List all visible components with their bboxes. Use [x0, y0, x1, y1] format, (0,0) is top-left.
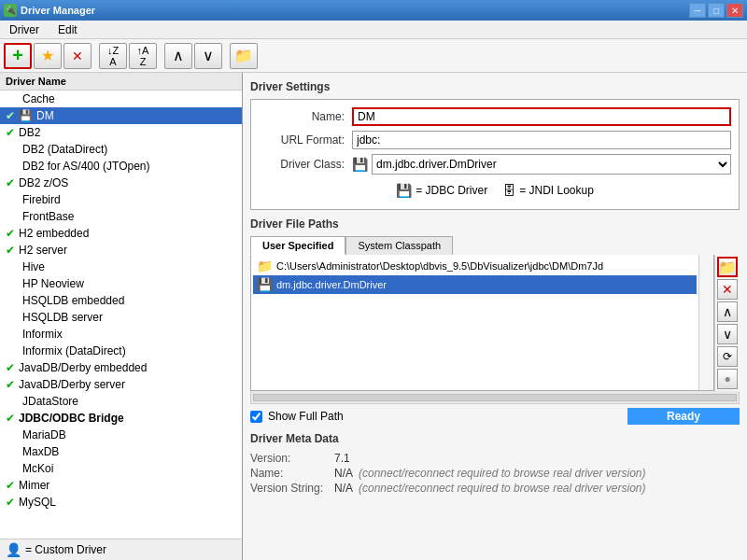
minimize-button[interactable]: ─ [689, 3, 706, 18]
url-format-input[interactable] [352, 131, 731, 149]
driver-item-1[interactable]: ✔💾DM [0, 107, 242, 124]
driver-label-22: McKoi [22, 462, 53, 475]
driver-item-18[interactable]: JDataStore [0, 393, 242, 410]
meta-version-string-note: (connect/reconnect required to browse re… [359, 482, 645, 495]
open-folder-button[interactable]: 📁 [230, 43, 258, 69]
file-move-up-button[interactable]: ∧ [717, 301, 738, 322]
tab-system-classpath[interactable]: System Classpath [345, 236, 453, 255]
driver-label-24: MySQL [19, 496, 56, 509]
delete-button[interactable]: ✕ [63, 43, 92, 69]
meta-version-string-row: Version String: N/A (connect/reconnect r… [250, 481, 740, 496]
driver-item-20[interactable]: MariaDB [0, 427, 242, 443]
driver-item-9[interactable]: ✔H2 server [0, 242, 242, 259]
jdbc-icon: 💾 [396, 183, 412, 198]
window-title: Driver Manager [21, 5, 95, 16]
meta-version-string-label: Version String: [250, 482, 334, 495]
scroll-track [253, 394, 737, 401]
meta-version-value: 7.1 [334, 452, 350, 465]
meta-name-label: Name: [250, 467, 334, 480]
driver-label-23: Mimer [19, 479, 49, 492]
driver-label-2: DB2 [19, 126, 40, 139]
driver-item-10[interactable]: Hive [0, 259, 242, 275]
driver-label-13: HSQLDB server [22, 311, 103, 324]
jndi-icon: 🗄 [502, 183, 515, 198]
driver-label-0: Cache [22, 92, 55, 105]
show-full-path-label: Show Full Path [268, 410, 344, 423]
driver-list: Cache✔💾DM✔DB2DB2 (DataDirect)DB2 for AS/… [0, 91, 242, 539]
add-file-button[interactable]: 📁 [717, 257, 738, 277]
meta-section: Driver Meta Data Version: 7.1 Name: N/A … [250, 432, 740, 496]
meta-version-label: Version: [250, 452, 334, 465]
file-list-scrollbar[interactable] [698, 255, 713, 390]
meta-version-string-value: N/A [334, 482, 353, 495]
driver-item-21[interactable]: MaxDB [0, 443, 242, 460]
remove-file-button[interactable]: ✕ [717, 279, 738, 300]
driver-item-0[interactable]: Cache [0, 91, 242, 107]
toolbar: + ★ ✕ ↓ZA ↑AZ ∧ ∨ 📁 [0, 39, 747, 73]
menu-edit[interactable]: Edit [52, 21, 83, 38]
favorite-button[interactable]: ★ [34, 43, 62, 69]
file-paths-title: Driver File Paths [250, 217, 740, 231]
meta-title: Driver Meta Data [250, 432, 740, 445]
file-reload-button[interactable]: ⟳ [717, 346, 738, 367]
right-panel: Driver Settings Name: URL Format: Driver… [243, 73, 747, 560]
driver-label-20: MariaDB [22, 428, 66, 441]
tab-user-specified[interactable]: User Specified [250, 236, 345, 255]
driver-item-24[interactable]: ✔MySQL [0, 494, 242, 511]
driver-item-3[interactable]: DB2 (DataDirect) [0, 141, 242, 158]
move-down-button[interactable]: ∨ [194, 43, 222, 69]
file-move-down-button[interactable]: ∨ [717, 324, 738, 344]
file-item-1[interactable]: 💾 dm.jdbc.driver.DmDriver [253, 275, 697, 294]
show-full-path-checkbox[interactable] [250, 411, 262, 423]
sort-za-button[interactable]: ↑AZ [129, 43, 157, 69]
driver-item-4[interactable]: DB2 for AS/400 (JTOpen) [0, 158, 242, 175]
driver-item-17[interactable]: ✔JavaDB/Derby server [0, 376, 242, 393]
meta-name-note: (connect/reconnect required to browse re… [359, 467, 645, 480]
driver-item-13[interactable]: HSQLDB server [0, 309, 242, 326]
maximize-button[interactable]: □ [708, 3, 725, 18]
url-format-label: URL Format: [259, 133, 352, 147]
menu-driver[interactable]: Driver [4, 21, 45, 38]
add-driver-button[interactable]: + [4, 43, 32, 69]
driver-item-12[interactable]: HSQLDB embedded [0, 292, 242, 309]
ready-badge: Ready [627, 408, 740, 425]
driver-label-11: HP Neoview [22, 277, 84, 290]
driver-item-16[interactable]: ✔JavaDB/Derby embedded [0, 359, 242, 376]
driver-class-label: Driver Class: [259, 158, 352, 171]
driver-class-select[interactable]: dm.jdbc.driver.DmDriver [372, 154, 731, 175]
left-footer: 👤 = Custom Driver [0, 539, 242, 560]
name-input[interactable] [352, 107, 731, 126]
driver-item-6[interactable]: Firebird [0, 191, 242, 208]
driver-item-11[interactable]: HP Neoview [0, 275, 242, 292]
file-info-button[interactable]: ● [717, 369, 738, 389]
driver-item-15[interactable]: Informix (DataDirect) [0, 343, 242, 359]
driver-item-5[interactable]: ✔DB2 z/OS [0, 175, 242, 191]
driver-item-7[interactable]: FrontBase [0, 208, 242, 225]
driver-label-15: Informix (DataDirect) [22, 344, 126, 357]
move-up-button[interactable]: ∧ [164, 43, 192, 69]
driver-item-2[interactable]: ✔DB2 [0, 124, 242, 141]
close-button[interactable]: ✕ [726, 3, 743, 18]
driver-label-16: JavaDB/Derby embedded [19, 361, 147, 374]
horizontal-scrollbar[interactable] [250, 391, 740, 404]
driver-label-10: Hive [22, 260, 45, 273]
driver-item-19[interactable]: ✔JDBC/ODBC Bridge [0, 410, 242, 427]
driver-item-23[interactable]: ✔Mimer [0, 477, 242, 494]
driver-item-8[interactable]: ✔H2 embedded [0, 225, 242, 242]
driver-settings-title: Driver Settings [250, 80, 740, 93]
driver-label-6: Firebird [22, 193, 61, 206]
file-item-0[interactable]: 📁 C:\Users\Administrator\Desktop\dbvis_9… [253, 257, 697, 275]
driver-settings-box: Name: URL Format: Driver Class: 💾 dm.jdb… [250, 99, 740, 210]
driver-label-18: JDataStore [22, 395, 78, 408]
driver-label-14: Informix [22, 328, 63, 341]
show-path-row: Show Full Path Ready [250, 408, 740, 425]
driver-item-14[interactable]: Informix [0, 326, 242, 343]
driver-label-17: JavaDB/Derby server [19, 378, 125, 391]
driver-label-12: HSQLDB embedded [22, 294, 124, 307]
driver-label-4: DB2 for AS/400 (JTOpen) [22, 160, 150, 173]
sort-az-button[interactable]: ↓ZA [99, 43, 127, 69]
left-panel: Driver Name Cache✔💾DM✔DB2DB2 (DataDirect… [0, 73, 243, 560]
main-area: Driver Name Cache✔💾DM✔DB2DB2 (DataDirect… [0, 73, 747, 560]
driver-item-22[interactable]: McKoi [0, 460, 242, 477]
url-format-row: URL Format: [259, 131, 731, 149]
